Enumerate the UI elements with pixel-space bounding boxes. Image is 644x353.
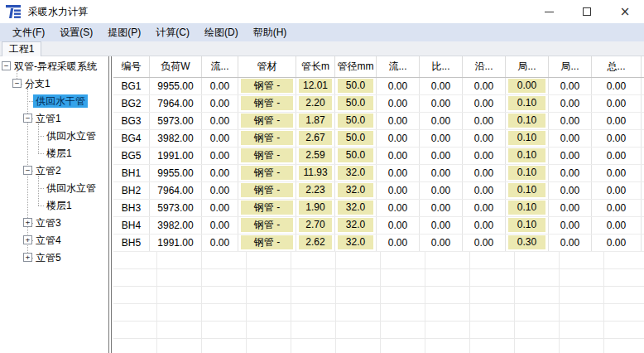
cell-r0-c4[interactable]: 12.01 [296,78,335,94]
tree-item-8[interactable]: 楼层1 [44,199,74,212]
cell-r8-c8: 0.00 [463,217,506,234]
tree-item-7[interactable]: 供回水立管 [44,181,99,195]
cell-r8-c6: 0.00 [377,217,420,234]
column-header-1: 负荷W [150,56,202,77]
collapse-icon[interactable]: − [12,79,22,88]
editable-value: 11.93 [299,166,332,180]
cell-r7-c3[interactable]: 钢管 - [238,200,296,216]
cell-r4-c9[interactable]: 0.10 [506,147,549,164]
cell-r1-c9[interactable]: 0.10 [506,95,549,112]
tree-item-5[interactable]: 楼层1 [44,147,74,160]
cell-r3-c5[interactable]: 50.0 [335,130,377,147]
table-row: BG35973.000.00钢管 -1.8750.00.000.000.000.… [113,113,644,130]
cell-r4-c4[interactable]: 2.59 [296,147,335,164]
window-title: 采暖水力计算 [28,5,88,19]
cell-r4-c5[interactable]: 50.0 [335,147,377,164]
cell-r3-c3[interactable]: 钢管 - [238,130,296,147]
editable-value: 钢管 - [241,235,293,249]
tree-item-1[interactable]: 分支1 [22,77,53,90]
cell-r0-c7: 0.00 [420,78,463,94]
tree-item-9[interactable]: 立管3 [33,216,64,230]
cell-r1-c3[interactable]: 钢管 - [238,95,296,112]
editable-value: 0.10 [508,148,545,162]
cell-r3-c4[interactable]: 2.67 [296,130,335,147]
cell-r2-c3[interactable]: 钢管 - [238,113,296,129]
cell-r0-c6: 0.00 [377,78,420,94]
cell-r2-c9[interactable]: 0.10 [506,113,549,129]
column-header-3: 管材 [238,56,296,77]
cell-r4-c3[interactable]: 钢管 - [238,147,296,164]
close-button[interactable]: × [606,0,644,23]
column-header-5: 管径mm [335,56,377,77]
tree-item-11[interactable]: 立管5 [33,251,64,264]
maximize-button[interactable] [568,0,606,23]
cell-r3-c9[interactable]: 0.10 [506,130,549,147]
cell-r9-c5[interactable]: 32.0 [335,235,377,251]
cell-r2-c2: 0.00 [202,113,238,129]
cell-r9-c1: 1991.00 [150,235,202,251]
menu-item-2[interactable]: 提图(P) [100,23,148,41]
minimize-button[interactable] [530,0,568,23]
cell-r7-c4[interactable]: 1.90 [296,200,335,216]
cell-r5-c4[interactable]: 11.93 [296,165,335,181]
tree-row: 供回水立管 [0,180,108,197]
menu-item-3[interactable]: 计算(C) [148,23,197,41]
editable-value: 32.0 [338,166,373,180]
editable-value: 32.0 [338,183,373,197]
collapse-icon[interactable]: − [2,61,11,70]
cell-r5-c5[interactable]: 32.0 [335,165,377,181]
cell-r1-c4[interactable]: 2.20 [296,95,335,112]
collapse-icon[interactable]: − [23,166,32,175]
cell-r3-c1: 3982.00 [150,130,202,147]
cell-r7-c5[interactable]: 32.0 [335,200,377,216]
tree-item-6[interactable]: 立管2 [33,164,64,177]
cell-r6-c3[interactable]: 钢管 - [238,182,296,199]
cell-r7-c11: 0.00 [592,200,642,216]
cell-r5-c3[interactable]: 钢管 - [238,165,296,181]
tree-connector-line [38,188,44,189]
cell-r7-c9[interactable]: 0.10 [506,200,549,216]
menu-item-5[interactable]: 帮助(H) [246,23,295,41]
cell-r8-c4[interactable]: 2.70 [296,217,335,234]
tree-item-0[interactable]: 双管-异程采暖系统 [12,60,99,73]
editable-value: 2.62 [299,235,332,249]
tree-row: +立管5 [0,249,108,267]
menu-item-0[interactable]: 文件(F) [5,23,52,41]
cell-r8-c3[interactable]: 钢管 - [238,217,296,234]
cell-r0-c3[interactable]: 钢管 - [238,78,296,94]
cell-r0-c9[interactable]: 0.00 [506,78,549,94]
cell-r6-c4[interactable]: 2.23 [296,182,335,199]
tree-item-3[interactable]: 立管1 [33,112,64,125]
close-icon: × [620,6,631,18]
tree-item-2[interactable]: 供回水干管 [33,94,88,108]
cell-r1-c5[interactable]: 50.0 [335,95,377,112]
cell-r8-c9[interactable]: 0.10 [506,217,549,234]
cell-r3-c7: 0.00 [420,130,463,147]
cell-r1-c8: 0.00 [463,95,506,112]
tree-row: 楼层1 [0,197,108,215]
editable-value: 钢管 - [241,131,293,145]
cell-r0-c5[interactable]: 50.0 [335,78,377,94]
cell-r6-c5[interactable]: 32.0 [335,182,377,199]
cell-r5-c9[interactable]: 0.10 [506,165,549,181]
cell-r9-c3[interactable]: 钢管 - [238,235,296,251]
expand-icon[interactable]: + [23,218,32,227]
table-row: BG43982.000.00钢管 -2.6750.00.000.000.000.… [113,130,644,147]
tree-item-4[interactable]: 供回水立管 [44,129,99,143]
cell-r8-c5[interactable]: 32.0 [335,217,377,234]
expand-icon[interactable]: + [23,253,32,262]
panel-splitter[interactable] [108,56,113,353]
menu-item-4[interactable]: 绘图(D) [197,23,246,41]
expand-icon[interactable]: + [23,235,32,244]
cell-r9-c4[interactable]: 2.62 [296,235,335,251]
cell-r6-c10: 0.00 [549,182,592,199]
collapse-icon[interactable]: − [23,114,32,123]
table-row: BH27964.000.00钢管 -2.2332.00.000.000.000.… [113,182,644,200]
cell-r2-c4[interactable]: 1.87 [296,113,335,129]
tree-item-10[interactable]: 立管4 [33,234,64,247]
menu-item-1[interactable]: 设置(S) [52,23,100,41]
cell-r9-c9[interactable]: 0.30 [506,235,549,251]
cell-r6-c9[interactable]: 0.10 [506,182,549,199]
cell-r2-c5[interactable]: 50.0 [335,113,377,129]
tab-project1[interactable]: 工程1 [2,41,41,56]
